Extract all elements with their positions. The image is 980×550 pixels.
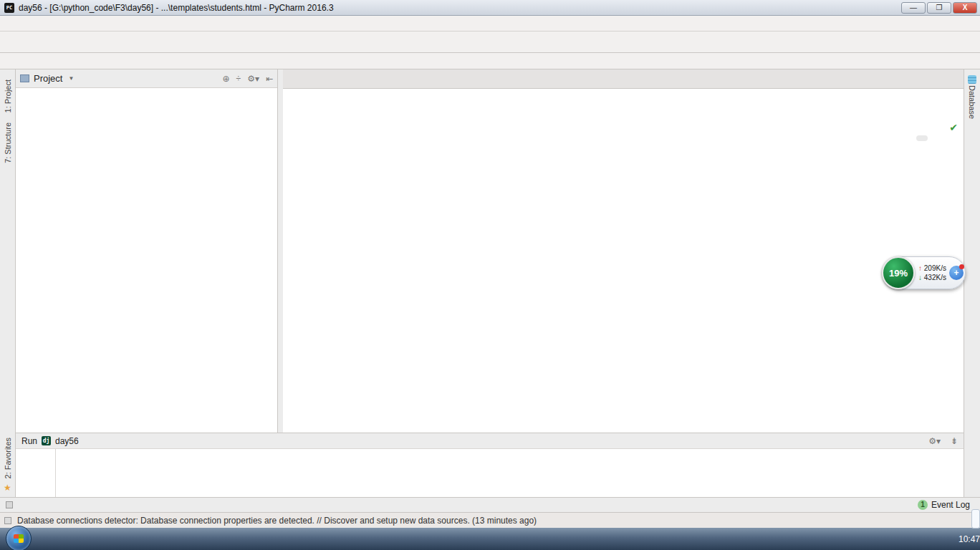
editor-area: ✔ xyxy=(283,69,964,433)
project-panel: Project ▼ ⊕ ÷ ⚙▾ ⇤ xyxy=(16,69,278,433)
tool-button-favorites[interactable]: 2: Favorites xyxy=(4,438,12,478)
pycharm-app-icon: PC xyxy=(4,3,14,13)
title-bar: PC day56 - [G:\python_code\F3\day56] - .… xyxy=(0,0,980,16)
run-settings-icon[interactable]: ⚙▾ xyxy=(928,436,941,446)
hide-panel-icon[interactable]: ⇤ xyxy=(266,74,273,84)
event-log-button[interactable]: 1 Event Log xyxy=(918,500,970,510)
start-button[interactable] xyxy=(6,526,32,550)
database-icon xyxy=(968,75,976,84)
left-tool-stripe: 1: Project 7: Structure 2: Favorites ★ xyxy=(0,69,16,497)
status-toggle-icon[interactable] xyxy=(4,517,11,524)
download-speed: ↓ 432K/s xyxy=(918,273,946,282)
memory-percent-ball: 19% xyxy=(882,256,915,289)
stripe-toggle-icon[interactable] xyxy=(6,501,13,508)
project-view-icon xyxy=(20,74,29,82)
run-tool-window: Run dj day56 ⚙▾ ⇟ xyxy=(16,433,964,497)
tool-button-project[interactable]: 1: Project xyxy=(4,79,12,112)
upload-arrow-icon: ↑ xyxy=(918,264,924,272)
open-in-browser-popup xyxy=(916,135,928,141)
right-tool-stripe: Database xyxy=(964,69,980,497)
run-toolbar xyxy=(16,449,56,497)
download-arrow-icon: ↓ xyxy=(918,274,924,281)
minimize-button[interactable]: — xyxy=(901,2,926,14)
tool-window-bar: 1 Event Log xyxy=(0,497,980,512)
tool-button-database[interactable]: Database xyxy=(968,85,976,119)
hide-run-panel-icon[interactable]: ⇟ xyxy=(951,436,958,446)
collapse-all-icon[interactable]: ÷ xyxy=(236,74,241,84)
run-panel-title: Run xyxy=(21,436,37,446)
django-config-icon: dj xyxy=(42,436,51,445)
restore-button[interactable]: ❐ xyxy=(927,2,951,14)
accelerate-ball-icon[interactable]: + xyxy=(949,266,964,280)
pycharm-window: PC day56 - [G:\python_code\F3\day56] - .… xyxy=(0,0,980,550)
status-bar: Database connections detector: Database … xyxy=(0,512,980,528)
upload-speed: ↑ 209K/s xyxy=(918,264,946,273)
menu-bar xyxy=(0,16,980,32)
code-area[interactable]: ✔ xyxy=(283,116,964,433)
run-config-name: day56 xyxy=(55,436,79,446)
editor-tabs xyxy=(283,69,964,89)
run-panel-header: Run dj day56 ⚙▾ ⇟ xyxy=(16,433,964,449)
network-speed-widget[interactable]: 19% ↑ 209K/s ↓ 432K/s + xyxy=(883,256,966,289)
close-button[interactable]: X xyxy=(953,2,977,14)
project-tree xyxy=(16,88,277,90)
project-view-dropdown[interactable]: ▼ xyxy=(68,75,216,82)
project-panel-header: Project ▼ ⊕ ÷ ⚙▾ ⇤ xyxy=(16,69,277,88)
event-log-badge: 1 xyxy=(918,500,928,510)
main-toolbar xyxy=(0,32,980,53)
inspection-ok-icon: ✔ xyxy=(949,122,958,133)
sogou-input-bar xyxy=(971,509,980,529)
panel-settings-icon[interactable]: ⚙▾ xyxy=(247,74,259,84)
breadcrumb xyxy=(0,53,980,69)
project-panel-title: Project xyxy=(34,73,62,84)
favorites-star-icon: ★ xyxy=(0,483,15,493)
taskbar-clock[interactable]: 10:47 xyxy=(959,534,980,544)
taskbar: 10:47 xyxy=(0,528,980,550)
window-title: day56 - [G:\python_code\F3\day56] - ...\… xyxy=(19,3,901,13)
tool-button-structure[interactable]: 7: Structure xyxy=(4,122,12,163)
tag-breadcrumbs xyxy=(283,89,964,116)
locate-file-icon[interactable]: ⊕ xyxy=(223,74,230,84)
status-message[interactable]: Database connections detector: Database … xyxy=(17,516,537,526)
run-console[interactable] xyxy=(56,449,964,497)
